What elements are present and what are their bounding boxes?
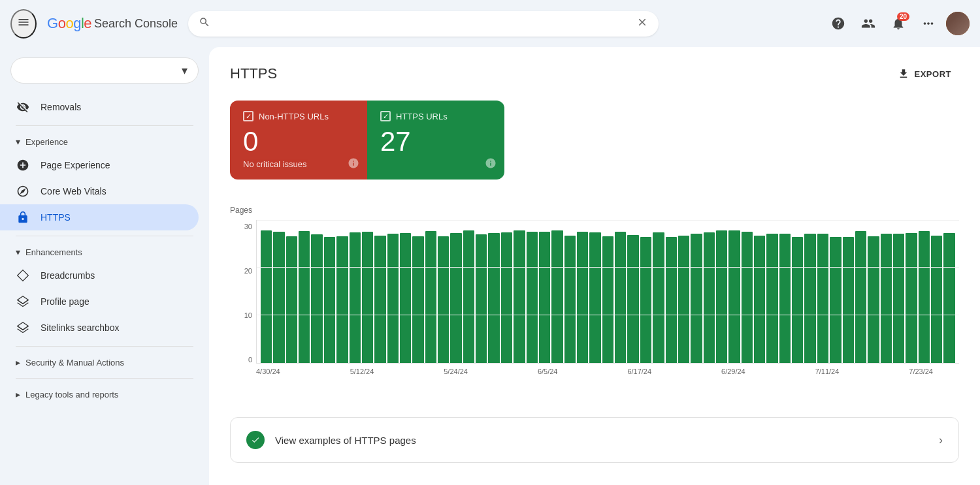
bar: [273, 232, 284, 363]
chevron-right-icon: ›: [939, 433, 943, 447]
sidebar-section-experience[interactable]: ▾ Experience: [0, 131, 209, 152]
bars-container: [257, 220, 959, 363]
bar: [476, 234, 487, 363]
sidebar-item-core-web-vitals-label: Core Web Vitals: [41, 186, 106, 196]
gauge-icon: [16, 185, 30, 198]
sidebar-item-profile-page[interactable]: Profile page: [0, 289, 199, 315]
bars-area: [256, 220, 959, 364]
avatar[interactable]: [946, 12, 970, 35]
help-button[interactable]: [826, 11, 851, 36]
bar: [742, 232, 753, 363]
bar: [425, 231, 436, 363]
bar: [627, 235, 638, 363]
sidebar: ▾ Removals ▾ Experience Page Experience: [0, 47, 209, 485]
x-axis: 4/30/24 5/12/24 5/24/24 6/5/24 6/17/24 6…: [230, 364, 959, 375]
https-card-label: ✓ HTTPS URLs: [380, 111, 491, 121]
circle-plus-icon: [16, 159, 30, 172]
sidebar-section-legacy[interactable]: ▸ Legacy tools and reports: [0, 384, 209, 405]
bar: [350, 232, 361, 363]
bar: [792, 237, 803, 364]
bar: [577, 232, 588, 364]
bar: [387, 234, 399, 363]
diamond-icon: [16, 269, 30, 282]
x-label-2: 5/12/24: [350, 368, 374, 375]
sidebar-item-page-experience-label: Page Experience: [41, 160, 110, 170]
bar: [728, 230, 740, 363]
bar: [400, 233, 411, 363]
sitelinks-icon: [16, 321, 30, 334]
header-actions: 20: [826, 11, 970, 36]
view-examples-label: View examples of HTTPS pages: [275, 435, 416, 446]
menu-button[interactable]: [10, 9, 37, 39]
notifications-button[interactable]: 20: [886, 11, 911, 36]
chevron-down-icon: ▾: [182, 63, 188, 78]
bar: [919, 231, 930, 363]
page-title: HTTPS: [230, 65, 277, 82]
bar: [463, 230, 474, 363]
export-button[interactable]: EXPORT: [890, 63, 959, 85]
sidebar-item-https[interactable]: HTTPS: [0, 204, 199, 230]
clear-icon[interactable]: [636, 16, 648, 31]
bar: [906, 233, 917, 363]
y-tick-30: 30: [244, 223, 252, 230]
chevron-icon: ▾: [16, 136, 20, 147]
property-selector[interactable]: ▾: [10, 57, 199, 84]
search-bar[interactable]: [188, 11, 659, 37]
avatar-image: [946, 12, 970, 35]
y-tick-10: 10: [244, 311, 252, 319]
bar: [893, 234, 904, 363]
bar: [716, 230, 727, 363]
sidebar-item-breadcrumbs-label: Breadcrumbs: [41, 270, 95, 281]
export-label: EXPORT: [915, 69, 951, 79]
bar: [311, 234, 322, 363]
sidebar-item-profile-page-label: Profile page: [41, 296, 90, 307]
bar: [551, 230, 563, 363]
x-label-5: 6/17/24: [627, 368, 651, 375]
bar: [336, 236, 348, 363]
bar: [691, 234, 702, 363]
sidebar-item-sitelinks-label: Sitelinks searchbox: [41, 322, 120, 333]
apps-button[interactable]: [916, 11, 941, 36]
bar: [438, 236, 449, 363]
bar: [843, 237, 854, 363]
sidebar-item-https-label: HTTPS: [41, 212, 71, 223]
sidebar-item-sitelinks-searchbox[interactable]: Sitelinks searchbox: [0, 315, 199, 341]
non-https-description: No critical issues: [243, 159, 354, 169]
accounts-button[interactable]: [856, 11, 881, 36]
bar: [299, 231, 310, 364]
https-checkbox: ✓: [380, 111, 391, 121]
bar: [564, 236, 576, 363]
bar: [362, 232, 373, 363]
bar: [450, 233, 461, 363]
non-https-value: 0: [243, 127, 354, 157]
logo-console: Search Console: [94, 17, 178, 31]
x-label-4: 6/5/24: [538, 368, 558, 375]
bar: [501, 232, 512, 363]
bar: [539, 232, 550, 363]
sidebar-section-enhancements[interactable]: ▾ Enhancements: [0, 242, 209, 262]
sidebar-section-security[interactable]: ▸ Security & Manual Actions: [0, 352, 209, 373]
main-layout: ▾ Removals ▾ Experience Page Experience: [0, 47, 980, 485]
bar: [653, 232, 664, 363]
sidebar-item-page-experience[interactable]: Page Experience: [0, 152, 199, 178]
view-examples[interactable]: View examples of HTTPS pages ›: [230, 417, 959, 463]
green-check-icon: [246, 431, 265, 449]
sidebar-divider-4: [16, 378, 193, 379]
bar: [868, 236, 879, 363]
search-input[interactable]: [217, 18, 630, 29]
legacy-section-label: Legacy tools and reports: [25, 390, 118, 399]
legacy-chevron-icon: ▸: [16, 389, 20, 399]
sidebar-item-core-web-vitals[interactable]: Core Web Vitals: [0, 178, 199, 204]
https-label-text: HTTPS URLs: [396, 112, 448, 121]
y-tick-20: 20: [244, 267, 252, 275]
sidebar-item-removals[interactable]: Removals: [0, 94, 199, 120]
page-header: HTTPS EXPORT: [230, 63, 959, 85]
bar: [602, 236, 613, 363]
https-card: ✓ HTTPS URLs 27: [367, 101, 504, 180]
logo-google: Google: [47, 15, 91, 32]
content-area: HTTPS EXPORT ✓ Non-HTTPS URLs 0 No criti…: [209, 47, 980, 485]
bar: [374, 236, 385, 363]
x-label-3: 5/24/24: [444, 368, 468, 375]
https-info-icon: [485, 157, 497, 172]
sidebar-item-breadcrumbs[interactable]: Breadcrumbs: [0, 262, 199, 289]
